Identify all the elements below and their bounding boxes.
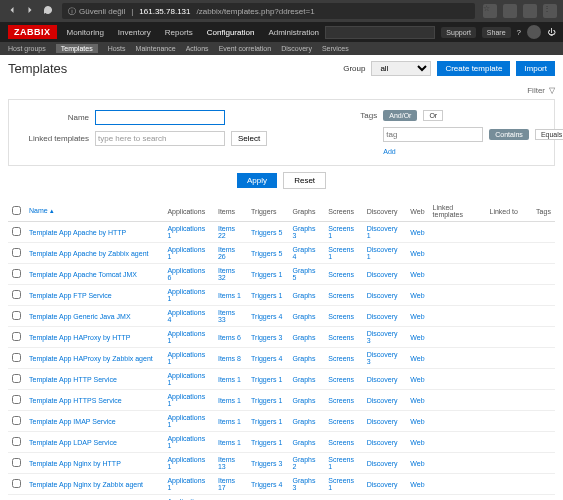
subnav-eventcorrelation[interactable]: Event correlation [219, 45, 272, 52]
graphs-link[interactable]: Graphs [293, 439, 316, 446]
menu-reports[interactable]: Reports [165, 28, 193, 37]
graphs-link[interactable]: Graphs [293, 334, 316, 341]
discovery-link[interactable]: Discovery [367, 397, 398, 404]
row-checkbox[interactable] [12, 458, 21, 467]
apps-link[interactable]: Applications 1 [167, 435, 205, 449]
items-link[interactable]: Items 22 [218, 225, 235, 239]
reset-button[interactable]: Reset [283, 172, 326, 189]
row-checkbox[interactable] [12, 437, 21, 446]
apps-link[interactable]: Applications 1 [167, 456, 205, 470]
screens-link[interactable]: Screens 1 [328, 246, 354, 260]
row-checkbox[interactable] [12, 416, 21, 425]
row-checkbox[interactable] [12, 311, 21, 320]
template-name-link[interactable]: Template App HAProxy by HTTP [29, 334, 131, 341]
subnav-discovery[interactable]: Discovery [281, 45, 312, 52]
apps-link[interactable]: Applications 1 [167, 372, 205, 386]
template-name-link[interactable]: Template App Nginx by Zabbix agent [29, 481, 143, 488]
discovery-link[interactable]: Discovery [367, 313, 398, 320]
discovery-link[interactable]: Discovery 3 [367, 330, 398, 344]
template-name-link[interactable]: Template App HTTPS Service [29, 397, 122, 404]
subnav-hostgroups[interactable]: Host groups [8, 45, 46, 52]
back-icon[interactable] [6, 4, 18, 18]
triggers-link[interactable]: Triggers 4 [251, 481, 282, 488]
triggers-link[interactable]: Triggers 1 [251, 397, 282, 404]
subnav-maintenance[interactable]: Maintenance [136, 45, 176, 52]
web-link[interactable]: Web [410, 229, 424, 236]
screens-link[interactable]: Screens [328, 313, 354, 320]
tag-name-input[interactable] [383, 127, 483, 142]
web-link[interactable]: Web [410, 397, 424, 404]
items-link[interactable]: Items 33 [218, 309, 235, 323]
triggers-link[interactable]: Triggers 3 [251, 334, 282, 341]
filter-toggle[interactable]: Filter ▽ [0, 82, 563, 99]
triggers-link[interactable]: Triggers 3 [251, 460, 282, 467]
share-button[interactable]: Share [482, 27, 511, 38]
template-name-link[interactable]: Template App FTP Service [29, 292, 112, 299]
user-avatar[interactable] [527, 25, 541, 39]
template-name-link[interactable]: Template App IMAP Service [29, 418, 116, 425]
graphs-link[interactable]: Graphs [293, 292, 316, 299]
reload-icon[interactable] [42, 4, 54, 18]
triggers-link[interactable]: Triggers 1 [251, 439, 282, 446]
star-icon[interactable]: ☆ [483, 4, 497, 18]
apps-link[interactable]: Applications 1 [167, 351, 205, 365]
row-checkbox[interactable] [12, 374, 21, 383]
graphs-link[interactable]: Graphs [293, 397, 316, 404]
items-link[interactable]: Items 26 [218, 246, 235, 260]
select-button[interactable]: Select [231, 131, 267, 146]
menu-inventory[interactable]: Inventory [118, 28, 151, 37]
web-link[interactable]: Web [410, 481, 424, 488]
row-checkbox[interactable] [12, 332, 21, 341]
logout-icon[interactable]: ⏻ [547, 28, 555, 37]
menu-icon[interactable]: ⋮ [543, 4, 557, 18]
graphs-link[interactable]: Graphs [293, 355, 316, 362]
web-link[interactable]: Web [410, 418, 424, 425]
forward-icon[interactable] [24, 4, 36, 18]
row-checkbox[interactable] [12, 248, 21, 257]
screens-link[interactable]: Screens [328, 334, 354, 341]
triggers-link[interactable]: Triggers 1 [251, 271, 282, 278]
screens-link[interactable]: Screens [328, 271, 354, 278]
filter-linked-multiselect[interactable]: type here to search [95, 131, 225, 146]
col-name[interactable]: Name ▴ [25, 201, 163, 222]
web-link[interactable]: Web [410, 250, 424, 257]
apps-link[interactable]: Applications 1 [167, 246, 205, 260]
web-link[interactable]: Web [410, 355, 424, 362]
filter-name-input[interactable] [95, 110, 225, 125]
row-checkbox[interactable] [12, 395, 21, 404]
create-template-button[interactable]: Create template [437, 61, 510, 76]
items-link[interactable]: Items 1 [218, 439, 241, 446]
screens-link[interactable]: Screens 1 [328, 477, 354, 491]
equals-toggle[interactable]: Equals [535, 129, 563, 140]
menu-monitoring[interactable]: Monitoring [67, 28, 104, 37]
apps-link[interactable]: Applications 1 [167, 225, 205, 239]
apps-link[interactable]: Applications 1 [167, 477, 205, 491]
items-link[interactable]: Items 6 [218, 334, 241, 341]
triggers-link[interactable]: Triggers 1 [251, 376, 282, 383]
web-link[interactable]: Web [410, 439, 424, 446]
contains-toggle[interactable]: Contains [489, 129, 529, 140]
apps-link[interactable]: Applications 1 [167, 414, 205, 428]
discovery-link[interactable]: Discovery 3 [367, 351, 398, 365]
apply-button[interactable]: Apply [237, 173, 277, 188]
items-link[interactable]: Items 8 [218, 355, 241, 362]
subnav-templates[interactable]: Templates [56, 44, 98, 53]
apps-link[interactable]: Applications 1 [167, 288, 205, 302]
url-bar[interactable]: ⓘ Güvenli değil | 161.35.78.131/zabbix/t… [62, 3, 475, 19]
screens-link[interactable]: Screens [328, 292, 354, 299]
support-button[interactable]: Support [441, 27, 476, 38]
row-checkbox[interactable] [12, 290, 21, 299]
triggers-link[interactable]: Triggers 1 [251, 292, 282, 299]
template-name-link[interactable]: Template App Apache Tomcat JMX [29, 271, 137, 278]
triggers-link[interactable]: Triggers 4 [251, 355, 282, 362]
add-link[interactable]: Add [383, 148, 395, 155]
template-name-link[interactable]: Template App HTTP Service [29, 376, 117, 383]
triggers-link[interactable]: Triggers 4 [251, 313, 282, 320]
row-checkbox[interactable] [12, 269, 21, 278]
graphs-link[interactable]: Graphs 4 [293, 246, 316, 260]
triggers-link[interactable]: Triggers 5 [251, 250, 282, 257]
graphs-link[interactable]: Graphs 3 [293, 477, 316, 491]
extension-icon[interactable] [503, 4, 517, 18]
select-all-checkbox[interactable] [12, 206, 21, 215]
screens-link[interactable]: Screens [328, 418, 354, 425]
